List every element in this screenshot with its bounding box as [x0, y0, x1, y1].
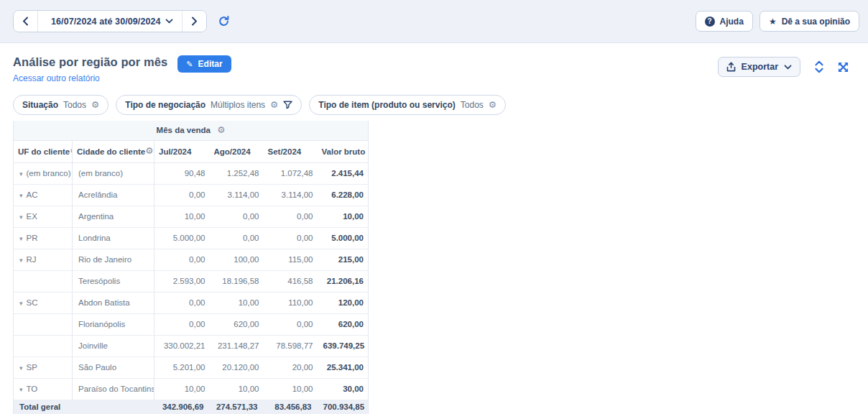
month-value-cell: 20,00 [264, 356, 318, 378]
collapse-row-icon[interactable]: ▾ [19, 386, 23, 393]
table-row: ▾RJRio de Janeiro0,00100,00115,00215,00 [14, 249, 369, 270]
table-row: ▾SCAbdon Batista0,0010,00110,00120,00 [14, 292, 369, 313]
month-value-cell: 0,00 [210, 206, 264, 227]
help-button[interactable]: ? Ajuda [696, 11, 753, 32]
export-icon [726, 62, 736, 72]
col-header-jul[interactable]: Jul/2024 [154, 140, 210, 162]
col-header-ago[interactable]: Ago/2024 [210, 140, 264, 162]
month-value-cell: 0,00 [264, 313, 318, 335]
filter-value: Todos [63, 100, 86, 110]
table-row: Teresópolis2.593,0018.196,58416,5821.206… [14, 270, 369, 292]
report-actions: Exportar [718, 57, 849, 77]
filter-label: Tipo de negociação [125, 100, 206, 110]
uf-cell[interactable]: ▾SC [14, 292, 73, 313]
uf-cell [14, 313, 73, 335]
gear-icon[interactable]: ⚙ [91, 101, 99, 110]
total-row: Total geral 342.906,69 274.571,33 83.456… [14, 400, 369, 414]
gear-icon[interactable]: ⚙ [217, 124, 225, 135]
collapse-row-icon[interactable]: ▾ [19, 170, 23, 178]
row-total-cell: 620,00 [318, 313, 369, 335]
month-value-cell: 110,00 [264, 292, 318, 313]
date-range-label: 16/07/2024 até 30/09/2024 [47, 17, 165, 27]
month-value-cell: 78.598,77 [264, 335, 318, 356]
date-range-dropdown[interactable]: 16/07/2024 até 30/09/2024 [37, 11, 182, 32]
col-header-cidade[interactable]: Cidade do cliente ⚙ [73, 140, 154, 162]
month-value-cell: 5.000,00 [154, 227, 210, 249]
collapse-row-icon[interactable]: ▾ [19, 192, 23, 199]
month-value-cell: 416,58 [264, 270, 318, 292]
col-header-set[interactable]: Set/2024 [264, 140, 318, 162]
month-value-cell: 10,00 [264, 378, 318, 400]
table-row: ▾TOParaíso do Tocantins10,0010,0010,0030… [14, 378, 369, 400]
expand-collapse-rows-button[interactable] [814, 60, 824, 73]
uf-cell[interactable]: ▾(em branco) [14, 162, 73, 184]
uf-cell[interactable]: ▾AC [14, 184, 73, 206]
row-total-cell: 30,00 [318, 378, 369, 400]
uf-cell[interactable]: ▾SP [14, 356, 73, 378]
next-period-button[interactable] [182, 11, 206, 32]
col-header-uf[interactable]: UF do cliente ⚙ [14, 140, 73, 162]
expand-vertical-icon [814, 60, 824, 73]
pivot-table-container: Mês da venda ⚙ UF do cliente ⚙ Cidade do… [13, 121, 868, 414]
gear-icon[interactable]: ⚙ [489, 101, 497, 110]
fullscreen-button[interactable] [838, 62, 849, 73]
month-value-cell: 18.196,58 [210, 270, 264, 292]
col-header-valor-bruto[interactable]: Valor bruto [318, 140, 369, 162]
filter-chip-tipo-item[interactable]: Tipo de item (produto ou serviço) Todos … [309, 95, 506, 115]
collapse-row-icon[interactable]: ▾ [19, 300, 23, 307]
collapse-row-icon[interactable]: ▾ [19, 213, 23, 221]
uf-cell[interactable]: ▾TO [14, 378, 73, 400]
row-total-cell: 5.000,00 [318, 227, 369, 249]
city-cell: Rio de Janeiro [73, 249, 154, 270]
filter-label: Situação [22, 100, 58, 110]
table-row: Florianópolis0,00620,000,00620,00 [14, 313, 369, 335]
pivot-table: Mês da venda ⚙ UF do cliente ⚙ Cidade do… [13, 121, 369, 414]
month-value-cell: 0,00 [154, 313, 210, 335]
report-page: 16/07/2024 até 30/09/2024 ? Ajuda [0, 0, 868, 414]
total-geral: 700.934,85 [318, 400, 369, 414]
column-header-row: UF do cliente ⚙ Cidade do cliente ⚙ Jul/… [14, 140, 369, 162]
table-row: ▾PRLondrina5.000,000,000,005.000,00 [14, 227, 369, 249]
refresh-button[interactable] [218, 15, 230, 27]
month-value-cell: 1.072,48 [264, 162, 318, 184]
other-report-link[interactable]: Acessar outro relatório [13, 73, 100, 83]
row-total-cell: 6.228,00 [318, 184, 369, 206]
month-value-cell: 10,00 [210, 292, 264, 313]
collapse-row-icon[interactable]: ▾ [19, 235, 23, 242]
filter-label: Tipo de item (produto ou serviço) [318, 100, 455, 110]
edit-button[interactable]: ✎ Editar [177, 55, 231, 73]
month-value-cell: 115,00 [264, 249, 318, 270]
filter-chip-tipo-negociacao[interactable]: Tipo de negociação Múltiplos itens ⚙ [116, 95, 302, 115]
month-value-cell: 3.114,00 [264, 184, 318, 206]
filter-funnel-icon[interactable] [283, 101, 292, 109]
month-value-cell: 330.002,21 [154, 335, 210, 356]
table-row: ▾SPSão Paulo5.201,0020.120,0020,0025.341… [14, 356, 369, 378]
table-row: ▾(em branco)(em branco)90,481.252,481.07… [14, 162, 369, 184]
collapse-row-icon[interactable]: ▾ [19, 364, 23, 372]
uf-cell [14, 270, 73, 292]
gear-icon[interactable]: ⚙ [270, 101, 278, 110]
previous-period-button[interactable] [14, 11, 37, 32]
city-cell: Argentina [73, 206, 154, 227]
filter-bar: Situação Todos ⚙ Tipo de negociação Múlt… [0, 84, 868, 115]
month-value-cell: 10,00 [154, 206, 210, 227]
uf-cell[interactable]: ▾PR [14, 227, 73, 249]
export-button[interactable]: Exportar [718, 57, 800, 77]
topbar: 16/07/2024 até 30/09/2024 ? Ajuda [0, 0, 868, 43]
collapse-row-icon[interactable]: ▾ [19, 257, 23, 264]
month-value-cell: 0,00 [154, 249, 210, 270]
chevron-down-icon [165, 19, 173, 24]
feedback-button[interactable]: ★ Dê a sua opinião [760, 11, 859, 32]
chevron-down-icon [784, 65, 792, 70]
refresh-icon [218, 15, 230, 27]
month-value-cell: 2.593,00 [154, 270, 210, 292]
uf-cell[interactable]: ▾EX [14, 206, 73, 227]
gear-icon[interactable]: ⚙ [145, 147, 153, 156]
uf-cell[interactable]: ▾RJ [14, 249, 73, 270]
filter-chip-situacao[interactable]: Situação Todos ⚙ [13, 95, 108, 115]
month-value-cell: 5.201,00 [154, 356, 210, 378]
city-cell: Florianópolis [73, 313, 154, 335]
city-cell: Abdon Batista [73, 292, 154, 313]
month-value-cell: 231.148,27 [210, 335, 264, 356]
total-label: Total geral [14, 400, 154, 414]
